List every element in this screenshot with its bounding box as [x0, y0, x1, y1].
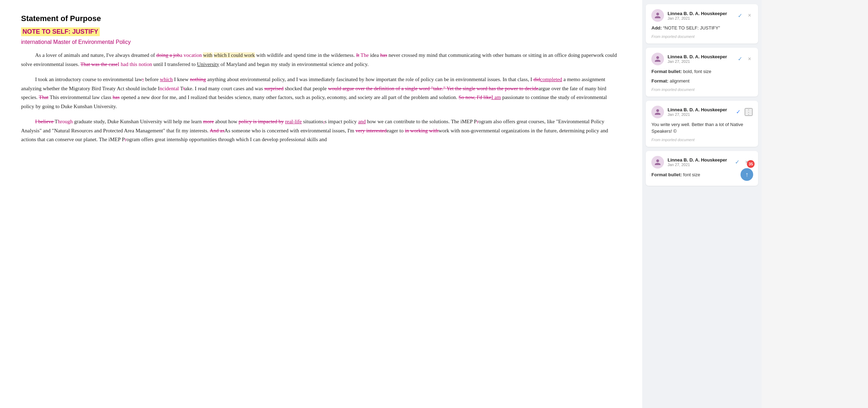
reject-button-2[interactable]: ×: [747, 55, 752, 63]
comment-header-1: Linnea B. D. A. Houskeeper Jan 27, 2021 …: [651, 9, 752, 22]
accept-button-4[interactable]: ✓: [734, 158, 741, 166]
comment-body-2b: Format: alignment: [651, 78, 752, 85]
inserted-rogram2: r: [125, 137, 126, 142]
comment-source-1: From imported document: [651, 34, 752, 39]
comment-header-2: Linnea B. D. A. Houskeeper Jan 27, 2021 …: [651, 53, 752, 65]
comment-date-4: Jan 27, 2021: [668, 163, 734, 167]
inserted-i-had: I had this notion: [118, 61, 152, 67]
comment-meta-1: Linnea B. D. A. Houskeeper Jan 27, 2021: [668, 11, 736, 20]
person-icon-3: [654, 108, 661, 116]
more-options-button-3[interactable]: ⋮: [745, 108, 752, 116]
floating-action-button[interactable]: ↑: [741, 168, 753, 181]
comments-sidebar: Linnea B. D. A. Houskeeper Jan 27, 2021 …: [642, 0, 762, 408]
inserted-i-am: I am: [491, 94, 501, 100]
accept-button-1[interactable]: ✓: [736, 12, 744, 20]
person-icon: [654, 12, 661, 19]
highlighted-text-2: which I could work: [214, 52, 255, 58]
document-subtitle: international Master of Environmental Po…: [21, 39, 621, 45]
comment-author-3: Linnea B. D. A. Houskeeper: [668, 107, 735, 112]
comment-card-4-wrapper: Linnea B. D. A. Houskeeper Jan 27, 2021 …: [646, 151, 758, 186]
deleted-did: did: [533, 77, 540, 82]
document-area: Statement of Purpose NOTE TO SELF: JUSTI…: [0, 0, 642, 408]
comment-source-2: From imported document: [651, 87, 752, 92]
comment-card-1: Linnea B. D. A. Houskeeper Jan 27, 2021 …: [646, 4, 758, 44]
inserted-and: and: [358, 119, 366, 124]
deleted-in-working: in working with: [405, 128, 439, 133]
comment-meta-4: Linnea B. D. A. Houskeeper Jan 27, 2021: [668, 157, 734, 167]
deleted-it: It: [356, 52, 359, 58]
comment-header-4: Linnea B. D. A. Houskeeper Jan 27, 2021 …: [651, 156, 752, 169]
notification-badge: 35: [747, 160, 755, 168]
comment-meta-2: Linnea B. D. A. Houskeeper Jan 27, 2021: [668, 54, 736, 64]
comment-date-1: Jan 27, 2021: [668, 16, 736, 20]
comment-label-2b: Format:: [651, 78, 668, 84]
avatar-4: [651, 156, 664, 169]
comment-date-2: Jan 27, 2021: [668, 59, 736, 64]
arrow-up-icon: ↑: [745, 171, 749, 178]
comment-content-4: font size: [683, 172, 700, 177]
deleted-policy-phrase: policy is impacted by: [239, 119, 284, 124]
deleted-nothing: nothing: [190, 77, 206, 82]
accept-button-3[interactable]: ✓: [735, 108, 742, 116]
reject-button-1[interactable]: ×: [747, 12, 752, 19]
comment-card-2: Linnea B. D. A. Houskeeper Jan 27, 2021 …: [646, 48, 758, 97]
comment-actions-3: ✓ ⋮: [735, 108, 752, 116]
inserted-take: t: [183, 86, 185, 91]
comment-header-3: Linnea B. D. A. Houskeeper Jan 27, 2021 …: [651, 106, 752, 118]
comment-label-1: Add:: [651, 25, 662, 31]
comment-body-2a: Format bullet: bold, font size: [651, 68, 752, 75]
deleted-surprised: surprised: [264, 86, 283, 91]
inserted-real-life: real-life: [285, 119, 302, 124]
deleted-long-phrase: would argue over the definition of a sin…: [328, 86, 538, 91]
comment-author-2: Linnea B. D. A. Houskeeper: [668, 54, 736, 59]
comment-actions-2: ✓ ×: [736, 55, 752, 63]
highlighted-text: with: [203, 52, 212, 58]
avatar-2: [651, 53, 664, 65]
comment-body-4: Format bullet: font size: [651, 171, 752, 178]
comment-content-1: “NOTE TO SELF: JUSTIFY”: [663, 25, 720, 31]
avatar-1: [651, 9, 664, 22]
deleted-that-was: That was the case: [80, 61, 118, 67]
paragraph-3: I believe Through graduate study, Duke K…: [21, 117, 621, 144]
deleted-has: has: [380, 52, 387, 58]
deleted-semicolon: ;: [142, 77, 144, 82]
comment-author-1: Linnea B. D. A. Houskeeper: [668, 11, 736, 16]
paragraph-2: I took an introductory course to environ…: [21, 75, 621, 111]
comment-actions-4: ✓ × 35: [734, 158, 752, 166]
document-title: Statement of Purpose: [21, 14, 621, 23]
avatar-3: [651, 106, 664, 118]
comment-label-4: Format bullet:: [651, 172, 682, 177]
comment-label-2a: Format bullet:: [651, 69, 682, 74]
deleted-more: more: [203, 119, 214, 124]
comment-content-2a: bold, font size: [683, 69, 711, 74]
deleted-i-believe: I believe: [35, 119, 55, 124]
comment-content-2b: alignment: [670, 78, 689, 84]
deleted-comma: ,: [323, 119, 325, 124]
comment-card-3: Linnea B. D. A. Houskeeper Jan 27, 2021 …: [646, 101, 758, 147]
inserted-hrough: hrough: [58, 119, 73, 124]
comment-body-3: You write very well. Better than a lot o…: [651, 121, 752, 135]
comment-date-3: Jan 27, 2021: [668, 112, 735, 117]
inserted-text: a vocation: [180, 52, 203, 58]
university-underline: University: [197, 61, 219, 67]
paragraph-1: As a lover of animals and nature, I've a…: [21, 51, 621, 69]
accept-button-2[interactable]: ✓: [736, 55, 744, 63]
comment-card-4: Linnea B. D. A. Houskeeper Jan 27, 2021 …: [646, 151, 758, 186]
comment-body-1: Add: “NOTE TO SELF: JUSTIFY”: [651, 25, 752, 32]
comment-author-4: Linnea B. D. A. Houskeeper: [668, 157, 734, 163]
person-icon-2: [654, 55, 661, 62]
deleted-very-interested: very interested: [356, 128, 387, 133]
comment-meta-3: Linnea B. D. A. Houskeeper Jan 27, 2021: [668, 107, 735, 117]
inserted-completed: completed: [540, 77, 562, 82]
comment-actions-1: ✓ ×: [736, 12, 752, 20]
deleted-text: doing a job: [156, 52, 180, 58]
deleted-has: has: [113, 94, 120, 100]
deleted-which: which: [160, 77, 173, 82]
document-body: As a lover of animals and nature, I've a…: [21, 51, 621, 144]
deleted-that: That: [39, 94, 49, 100]
note-to-self-label: NOTE TO SELF: JUSTIFY: [21, 27, 100, 36]
inserted-ncidental: ncidental: [160, 86, 179, 91]
comment-source-3: From imported document: [651, 138, 752, 142]
inserted-the: The: [359, 52, 369, 58]
deleted-so-now: So now, I'd like: [459, 94, 491, 100]
